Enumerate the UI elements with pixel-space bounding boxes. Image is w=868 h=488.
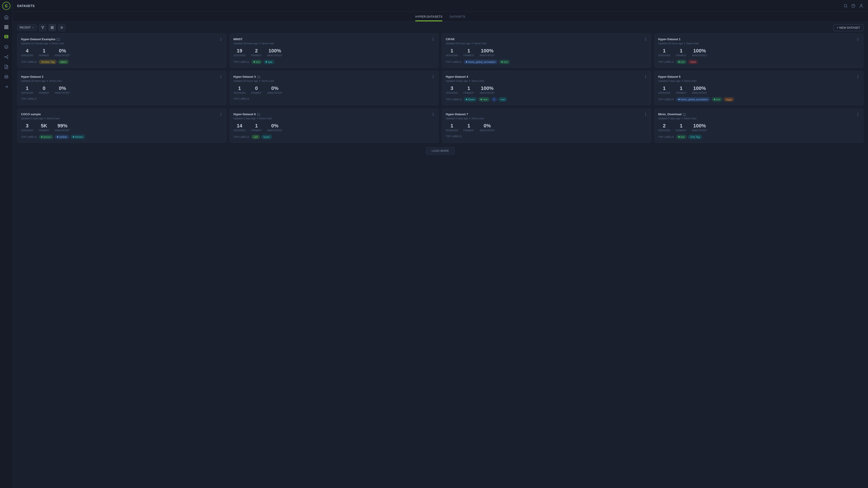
stat-frames: 1 FRAMES* bbox=[463, 48, 474, 57]
grid-view-button[interactable] bbox=[49, 24, 56, 31]
stat-versions-value: 1 bbox=[451, 48, 453, 54]
stat-frames-label: FRAMES* bbox=[676, 129, 687, 132]
meta-dot bbox=[682, 118, 683, 119]
card-title: Hyper-Dataset 5 bbox=[658, 75, 681, 78]
search-icon[interactable] bbox=[844, 3, 848, 8]
load-more-button[interactable]: LOAD MORE bbox=[426, 147, 455, 155]
stat-annotated-value: 0% bbox=[59, 86, 66, 91]
dataset-card[interactable]: Hyper-Dataset 6 Updated 5 days ago Demo … bbox=[230, 108, 439, 143]
card-updated: Updated 4 days ago bbox=[658, 79, 680, 82]
card-title-row: Hyper-Dataset 1 bbox=[658, 37, 681, 41]
dataset-card[interactable]: Minio_Download Updated 5 days ago Demo U… bbox=[654, 108, 864, 143]
app-logo[interactable]: C bbox=[2, 2, 10, 10]
user-avatar[interactable] bbox=[859, 3, 864, 8]
tag-label: test bbox=[499, 60, 510, 64]
sidebar-item-forward[interactable] bbox=[2, 82, 11, 91]
card-user: Demo User bbox=[684, 117, 697, 120]
card-title: COCO sample bbox=[21, 112, 41, 116]
card-meta: Updated 5 days ago Demo User bbox=[21, 117, 223, 120]
sidebar-item-home[interactable] bbox=[2, 13, 11, 22]
stat-annotated-label: ANNOTATED* bbox=[267, 54, 282, 57]
card-header: MNIST bbox=[234, 37, 435, 41]
dataset-card[interactable]: CIFAR Updated 20 hours ago Demo User 1 V… bbox=[442, 33, 651, 68]
dataset-card[interactable]: Hyper-Dataset Examples Updated 12 minute… bbox=[17, 33, 226, 68]
stat-annotated-value: 0% bbox=[484, 123, 491, 129]
card-updated: Updated 4 days ago bbox=[446, 79, 468, 82]
dataset-card[interactable]: MNIST Updated 18 hours ago Demo User 19 … bbox=[230, 33, 439, 68]
sidebar-item-experiments[interactable] bbox=[2, 23, 11, 32]
card-menu-button[interactable] bbox=[644, 37, 647, 41]
card-menu-button[interactable] bbox=[856, 75, 860, 78]
card-labels: TOP LABELS: testhatul bbox=[658, 60, 860, 64]
stat-versions: 1 VERSIONS bbox=[234, 86, 246, 94]
recent-button[interactable]: RECENT bbox=[17, 25, 37, 31]
card-title: CIFAR bbox=[446, 37, 455, 41]
sidebar-item-reports[interactable] bbox=[2, 62, 11, 71]
dataset-card[interactable]: Hyper-Dataset 5 Updated 4 days ago Demo … bbox=[654, 71, 864, 105]
tag-label: latest bbox=[58, 60, 68, 64]
card-menu-button[interactable] bbox=[431, 112, 435, 116]
tag-label: test bbox=[676, 135, 687, 139]
tag-label: One Tag bbox=[688, 135, 702, 139]
dataset-card[interactable]: Hyper-Dataset 3 Updated 20 hours ago Dem… bbox=[230, 71, 439, 105]
sidebar: C bbox=[0, 0, 13, 488]
card-updated: Updated 20 hours ago bbox=[658, 42, 683, 45]
stat-frames-label: FRAMES* bbox=[463, 54, 474, 57]
stat-frames: 2 FRAMES* bbox=[251, 48, 262, 57]
meta-dot bbox=[44, 118, 45, 119]
stat-frames-value: 2 bbox=[255, 48, 258, 54]
card-menu-button[interactable] bbox=[431, 37, 435, 41]
stat-versions-value: 4 bbox=[26, 48, 29, 54]
toolbar: RECENT + NEW DATASET bbox=[13, 22, 868, 33]
card-title: MNIST bbox=[234, 37, 243, 41]
top-labels-text: TOP LABELS: bbox=[21, 61, 37, 63]
svg-rect-3 bbox=[6, 26, 8, 27]
stat-annotated: 100% ANNOTATED* bbox=[267, 48, 282, 57]
card-menu-button[interactable] bbox=[219, 112, 223, 116]
card-menu-button[interactable] bbox=[644, 112, 647, 116]
tag-label: kitchen bbox=[71, 135, 85, 139]
svg-rect-28 bbox=[53, 28, 54, 29]
stat-frames: 0 FRAMES* bbox=[251, 86, 262, 94]
card-labels: TOP LABELS: 123hyoer bbox=[234, 135, 435, 139]
filter-button[interactable] bbox=[39, 24, 46, 31]
card-menu-button[interactable] bbox=[219, 37, 223, 41]
tab-hyper-datasets[interactable]: HYPER-DATASETS bbox=[415, 12, 442, 21]
stat-annotated: 99% ANNOTATED* bbox=[55, 123, 70, 132]
card-labels: TOP LABELS: Another Taglatest bbox=[21, 60, 223, 64]
card-user: Demo User bbox=[684, 79, 697, 82]
card-menu-button[interactable] bbox=[219, 75, 223, 78]
sidebar-item-models[interactable] bbox=[2, 72, 11, 81]
dataset-card[interactable]: Hyper-Dataset 2 Updated 20 hours ago Dem… bbox=[17, 71, 226, 105]
svg-point-8 bbox=[4, 57, 5, 57]
card-title: Minio_Download bbox=[658, 112, 682, 116]
dataset-card[interactable]: COCO sample Updated 5 days ago Demo User… bbox=[17, 108, 226, 143]
tab-datasets[interactable]: DATASETS bbox=[450, 12, 465, 21]
stat-versions: 1 VERSIONS bbox=[21, 86, 33, 94]
stat-frames-label: FRAMES* bbox=[463, 129, 474, 132]
dataset-card[interactable]: Hyper-Dataset 4 Updated 4 days ago Demo … bbox=[442, 71, 651, 105]
card-labels: TOP LABELS: flowernew2rest bbox=[446, 97, 647, 101]
card-menu-button[interactable] bbox=[856, 112, 860, 116]
dataset-card[interactable]: Hyper-Dataset 1 Updated 20 hours ago Dem… bbox=[654, 33, 864, 68]
card-stats: 1 VERSIONS 1 FRAMES* 100% ANNOTATED* bbox=[658, 48, 860, 57]
card-menu-button[interactable] bbox=[644, 75, 647, 78]
sidebar-item-layers[interactable] bbox=[2, 42, 11, 52]
tag-label: frame_global_annotation bbox=[464, 60, 498, 64]
card-user: Demo User bbox=[49, 79, 62, 82]
svg-point-43 bbox=[858, 40, 858, 40]
help-icon[interactable] bbox=[851, 3, 855, 8]
dataset-card[interactable]: Hyper-Dataset 7 Updated 5 days ago Demo … bbox=[442, 108, 651, 143]
stat-annotated: 100% ANNOTATED* bbox=[480, 86, 495, 94]
stat-frames: 1 FRAMES* bbox=[676, 86, 687, 94]
sidebar-item-datasets[interactable] bbox=[2, 33, 11, 41]
list-view-button[interactable] bbox=[58, 24, 65, 31]
stat-frames-value: 1 bbox=[255, 123, 258, 129]
sidebar-item-workflow[interactable] bbox=[2, 53, 11, 61]
top-labels-text: TOP LABELS: bbox=[21, 97, 37, 100]
card-menu-button[interactable] bbox=[856, 37, 860, 41]
new-dataset-button[interactable]: + NEW DATASET bbox=[833, 24, 864, 31]
card-menu-button[interactable] bbox=[431, 75, 435, 78]
stat-frames-value: 1 bbox=[680, 48, 682, 54]
card-meta: Updated 5 days ago Demo User bbox=[446, 117, 647, 120]
